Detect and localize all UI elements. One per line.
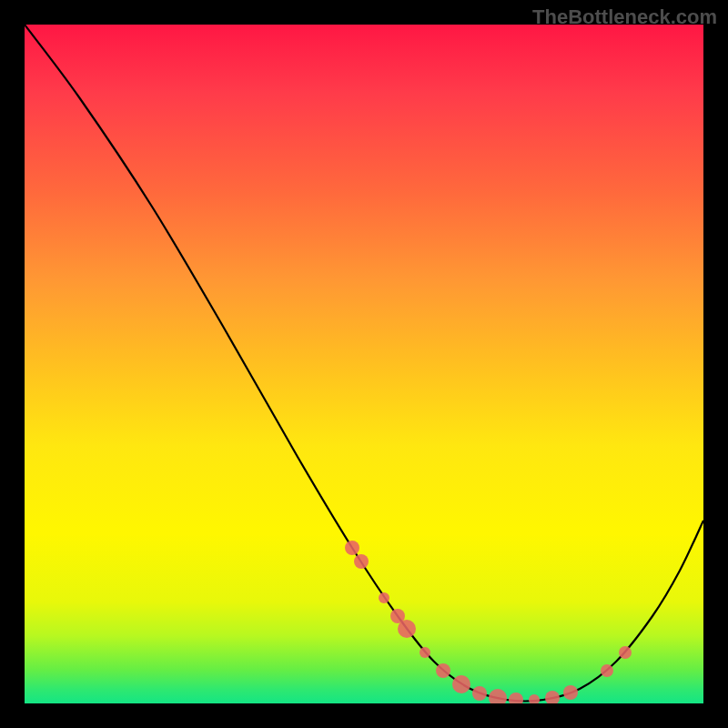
data-marker: [398, 620, 416, 638]
chart-plot-area: [25, 25, 703, 703]
marker-group: [345, 541, 632, 703]
data-marker: [529, 694, 540, 703]
data-marker: [563, 685, 578, 700]
data-marker: [545, 691, 560, 703]
data-marker: [436, 663, 450, 678]
watermark-text: TheBottleneck.com: [532, 5, 717, 29]
data-marker: [489, 689, 507, 703]
data-marker: [379, 592, 389, 603]
data-marker: [345, 541, 359, 555]
data-marker: [420, 647, 430, 658]
data-marker: [509, 693, 523, 703]
data-marker: [619, 646, 632, 659]
data-marker: [452, 675, 470, 693]
curve-svg: [25, 25, 703, 703]
data-marker: [472, 686, 487, 701]
bottleneck-curve: [25, 25, 703, 701]
data-marker: [601, 664, 613, 677]
data-marker: [354, 554, 369, 569]
